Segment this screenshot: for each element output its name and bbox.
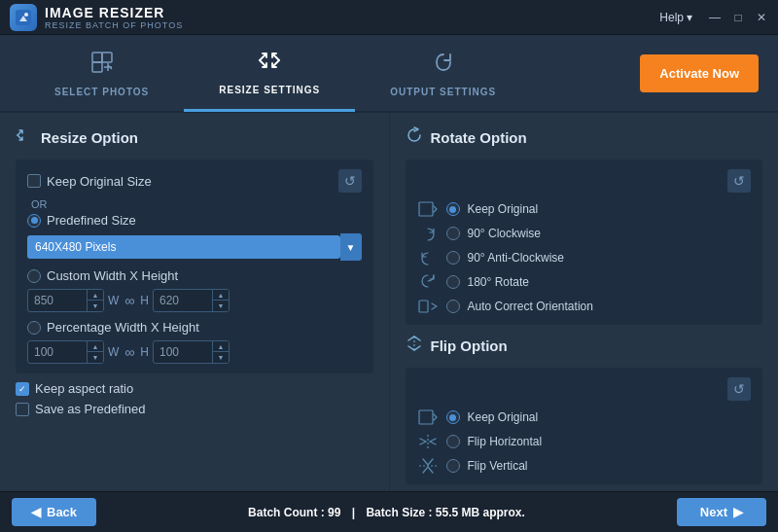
svg-rect-6 xyxy=(419,301,428,312)
footer-divider: | xyxy=(344,506,363,519)
maximize-button[interactable]: □ xyxy=(731,11,745,24)
window-controls: — □ ✕ xyxy=(708,11,768,24)
pct-link-icon: ∞ xyxy=(123,344,136,360)
resize-section-title: Resize Option xyxy=(16,126,373,148)
pct-height-spinbox: ▲ ▼ xyxy=(153,340,230,364)
keep-original-checkbox[interactable] xyxy=(27,174,41,188)
flip-option-0[interactable]: Keep Original xyxy=(417,408,752,426)
height-spinbox: ▲ ▼ xyxy=(153,289,230,312)
batch-size-label: Batch Size : xyxy=(366,506,432,519)
batch-count-value: 99 xyxy=(328,506,340,519)
resize-settings-icon xyxy=(257,48,282,79)
keep-aspect-label: Keep aspect ratio xyxy=(35,381,133,396)
rotate-ccw-radio[interactable] xyxy=(446,251,460,265)
rotate-auto-radio[interactable] xyxy=(446,300,460,313)
height-down-arrow[interactable]: ▼ xyxy=(213,301,229,311)
title-bar: IMAGE RESIZER RESIZE BATCH OF PHOTOS Hel… xyxy=(0,0,778,35)
rotate-cw-icon xyxy=(417,225,439,242)
save-predefined-checkbox[interactable] xyxy=(16,403,29,416)
pct-width-input[interactable] xyxy=(28,341,87,363)
app-subtitle: RESIZE BATCH OF PHOTOS xyxy=(45,20,183,30)
resize-icon xyxy=(16,126,33,148)
predefined-select[interactable]: 640X480 Pixels xyxy=(27,235,340,259)
rotate-180-icon xyxy=(417,273,439,291)
help-button[interactable]: Help ▾ xyxy=(659,11,692,24)
flip-title-text: Flip Option xyxy=(431,337,508,354)
predefined-row: Predefined Size xyxy=(27,213,362,228)
flip-vertical-icon xyxy=(417,457,439,475)
save-predefined-row: Save as Predefined xyxy=(16,402,373,416)
flip-option-1[interactable]: Flip Horizontal xyxy=(417,433,752,450)
rotate-option-4[interactable]: Auto Correct Orientation xyxy=(417,298,752,315)
rotate-reset-button[interactable]: ↺ xyxy=(727,169,751,193)
flip-option-2[interactable]: Flip Vertical xyxy=(417,457,752,475)
resize-panel: Resize Option Keep Original Size ↺ OR Pr… xyxy=(0,113,390,491)
tab-select-photos-label: SELECT PHOTOS xyxy=(54,87,149,97)
output-settings-icon xyxy=(431,50,456,81)
save-predefined-label: Save as Predefined xyxy=(35,402,145,416)
select-arrow-icon: ▼ xyxy=(340,233,362,261)
resize-option-box: Keep Original Size ↺ OR Predefined Size … xyxy=(16,160,373,373)
rotate-option-2[interactable]: 90° Anti-Clockwise xyxy=(417,249,752,266)
resize-title-text: Resize Option xyxy=(41,129,138,146)
rotate-keep-radio[interactable] xyxy=(446,202,460,216)
custom-wh-radio[interactable] xyxy=(27,269,41,283)
toolbar: SELECT PHOTOS RESIZE SETTINGS OUTPUT S xyxy=(0,35,778,113)
pct-width-up[interactable]: ▲ xyxy=(88,341,103,352)
tab-output-settings[interactable]: OUTPUT SETTINGS xyxy=(355,34,531,112)
back-button[interactable]: ◀ Back xyxy=(12,498,96,526)
tab-select-photos[interactable]: SELECT PHOTOS xyxy=(19,34,184,112)
resize-reset-button[interactable]: ↺ xyxy=(338,169,362,193)
pct-width-down[interactable]: ▼ xyxy=(88,352,103,363)
title-bar-right: Help ▾ — □ ✕ xyxy=(659,11,768,24)
pct-wh-inputs: ▲ ▼ W ∞ H ▲ ▼ xyxy=(27,340,362,364)
height-input[interactable] xyxy=(154,290,212,311)
activate-now-button[interactable]: Activate Now xyxy=(640,54,759,92)
pct-wh-radio[interactable] xyxy=(27,321,41,335)
predefined-radio[interactable] xyxy=(27,214,41,228)
keep-aspect-checkbox[interactable] xyxy=(16,382,29,396)
footer-info: Batch Count : 99 | Batch Size : 55.5 MB … xyxy=(248,506,525,519)
pct-height-down[interactable]: ▼ xyxy=(213,352,229,363)
width-arrows: ▲ ▼ xyxy=(87,290,103,311)
width-down-arrow[interactable]: ▼ xyxy=(88,301,103,311)
pct-height-up[interactable]: ▲ xyxy=(213,341,229,352)
width-input[interactable] xyxy=(28,290,87,311)
next-arrow-icon: ▶ xyxy=(733,505,743,519)
keep-original-label: Keep Original Size xyxy=(47,174,152,189)
flip-reset-button[interactable]: ↺ xyxy=(727,377,751,401)
rotate-option-0[interactable]: Keep Original xyxy=(417,200,752,218)
flip-horizontal-radio[interactable] xyxy=(446,435,460,448)
rotate-cw-radio[interactable] xyxy=(446,227,460,240)
svg-rect-5 xyxy=(419,202,433,216)
next-button[interactable]: Next ▶ xyxy=(677,498,766,526)
pct-h-label: H xyxy=(140,345,149,359)
chevron-down-icon: ▾ xyxy=(687,11,692,24)
flip-keep-radio[interactable] xyxy=(446,410,460,424)
minimize-button[interactable]: — xyxy=(708,11,722,24)
batch-count-label: Batch Count : xyxy=(248,506,325,519)
svg-rect-4 xyxy=(92,62,102,72)
pct-wh-label: Percentage Width X Height xyxy=(47,320,199,335)
batch-size-value: 55.5 MB approx. xyxy=(436,506,525,519)
tab-resize-settings-label: RESIZE SETTINGS xyxy=(219,85,320,95)
pct-height-arrows: ▲ ▼ xyxy=(212,341,229,363)
tab-resize-settings[interactable]: RESIZE SETTINGS xyxy=(184,34,355,112)
app-title: IMAGE RESIZER xyxy=(45,5,183,20)
right-panel: Rotate Option ↺ Keep Original xyxy=(390,113,779,491)
pct-height-input[interactable] xyxy=(154,341,212,363)
rotate-option-3[interactable]: 180° Rotate xyxy=(417,273,752,291)
rotate-auto-icon xyxy=(417,298,439,315)
close-button[interactable]: ✕ xyxy=(755,11,768,24)
pct-wh-row: Percentage Width X Height xyxy=(27,320,362,335)
width-up-arrow[interactable]: ▲ xyxy=(88,290,103,301)
rotate-option-1[interactable]: 90° Clockwise xyxy=(417,225,752,242)
h-label: H xyxy=(140,294,149,307)
pct-width-arrows: ▲ ▼ xyxy=(87,341,103,363)
rotate-180-radio[interactable] xyxy=(446,275,460,289)
height-up-arrow[interactable]: ▲ xyxy=(213,290,229,301)
bottom-options: Keep aspect ratio Save as Predefined xyxy=(16,381,373,416)
flip-vertical-radio[interactable] xyxy=(446,459,460,473)
title-bar-left: IMAGE RESIZER RESIZE BATCH OF PHOTOS xyxy=(10,4,183,31)
rotate-keep-icon xyxy=(417,200,439,218)
